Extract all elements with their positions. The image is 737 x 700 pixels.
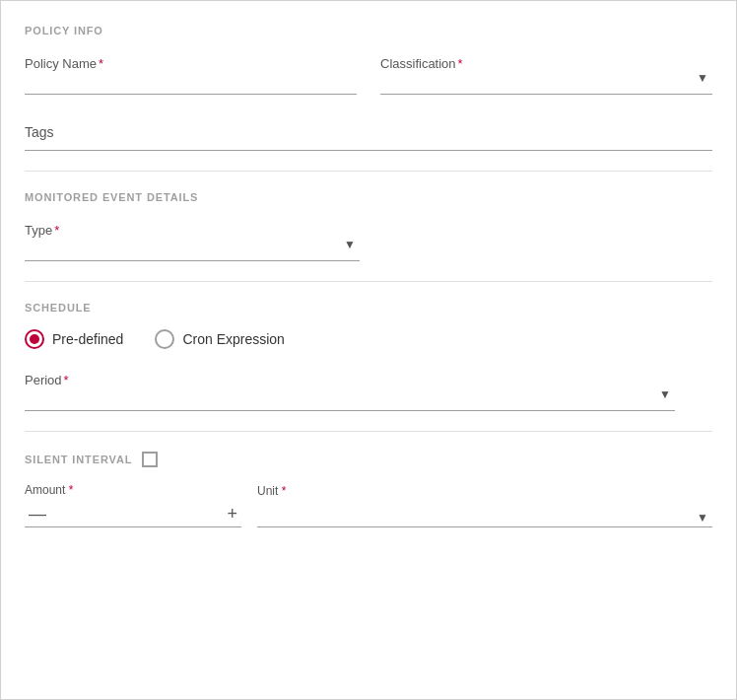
policy-info-label: POLICY INFO	[25, 25, 712, 36]
amount-input[interactable]	[50, 506, 223, 522]
divider-3	[25, 431, 712, 432]
amount-field: Amount * — +	[25, 483, 241, 527]
unit-label: Unit *	[257, 484, 712, 498]
radio-predefined-label: Pre-defined	[52, 331, 123, 347]
radio-cron-label: Cron Expression	[182, 331, 285, 347]
type-field: Type* ▼	[25, 219, 360, 261]
period-select-wrapper: ▼	[25, 369, 675, 411]
amount-decrement-button[interactable]: —	[25, 505, 50, 523]
radio-predefined[interactable]: Pre-defined	[25, 329, 123, 349]
monitored-event-label: MONITORED EVENT DETAILS	[25, 191, 712, 203]
amount-label: Amount *	[25, 483, 241, 497]
policy-name-field: Policy Name*	[25, 52, 357, 95]
type-select-wrapper: ▼	[25, 219, 360, 261]
unit-field: Unit * ▼	[257, 484, 712, 527]
period-select[interactable]	[25, 369, 675, 411]
amount-increment-button[interactable]: +	[223, 505, 241, 523]
policy-info-section: POLICY INFO Policy Name* Classification*…	[25, 25, 712, 151]
tags-input-wrapper: Tags	[25, 118, 712, 151]
stepper-row: — +	[25, 505, 241, 527]
classification-select[interactable]	[380, 52, 712, 95]
tags-label: Tags	[25, 124, 712, 140]
type-select[interactable]	[25, 219, 360, 261]
policy-name-input[interactable]	[25, 52, 357, 95]
radio-cron-circle	[155, 329, 174, 349]
radio-predefined-dot	[30, 334, 39, 344]
schedule-radio-group: Pre-defined Cron Expression	[25, 329, 712, 349]
tags-field-wrapper: Tags	[25, 118, 712, 151]
classification-field: Classification* ▼	[380, 52, 712, 95]
form-container: POLICY INFO Policy Name* Classification*…	[0, 0, 737, 700]
unit-select-wrapper: ▼	[257, 506, 712, 527]
amount-unit-row: Amount * — + Unit * ▼	[25, 483, 712, 527]
unit-select[interactable]	[257, 507, 712, 527]
type-row: Type* ▼	[25, 219, 712, 261]
silent-interval-label: SILENT INTERVAL	[25, 454, 132, 465]
monitored-event-section: MONITORED EVENT DETAILS Type* ▼	[25, 191, 712, 261]
classification-select-wrapper: ▼	[380, 52, 712, 95]
silent-interval-checkbox[interactable]	[142, 452, 158, 467]
divider-2	[25, 281, 712, 282]
policy-name-classification-row: Policy Name* Classification* ▼	[25, 52, 712, 95]
schedule-label: SCHEDULE	[25, 302, 712, 314]
radio-cron[interactable]: Cron Expression	[155, 329, 285, 349]
silent-interval-section: SILENT INTERVAL Amount * — + Unit *	[25, 452, 712, 527]
silent-interval-header: SILENT INTERVAL	[25, 452, 712, 467]
period-field: Period* ▼	[25, 369, 675, 411]
schedule-section: SCHEDULE Pre-defined Cron Expression Per…	[25, 302, 712, 411]
radio-predefined-circle	[25, 329, 44, 349]
divider-1	[25, 171, 712, 172]
